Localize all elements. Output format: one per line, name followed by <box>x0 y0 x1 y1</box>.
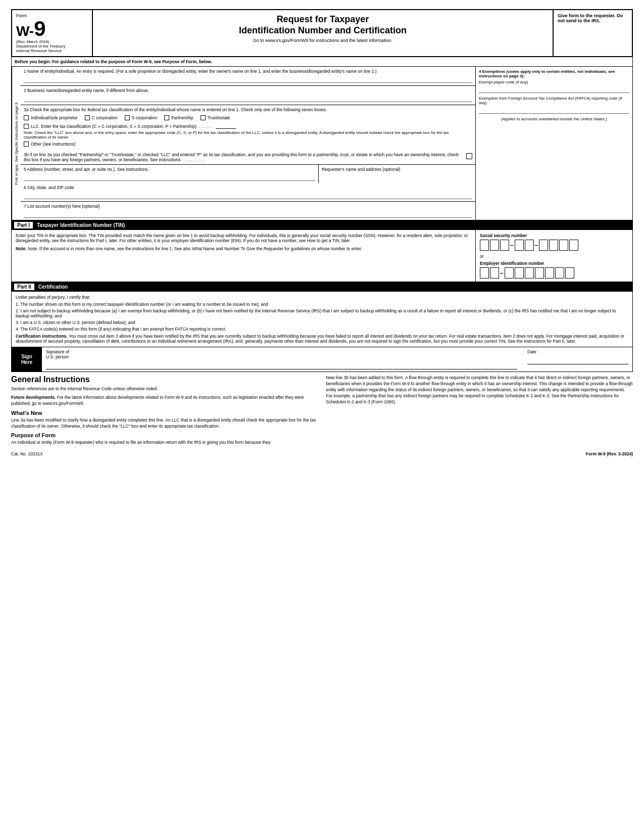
cb-ccorp[interactable] <box>85 115 90 120</box>
sign-label-line2: Here <box>15 359 39 365</box>
sign-sig-line[interactable] <box>46 360 517 369</box>
or-text: or <box>480 254 628 259</box>
cb-other[interactable] <box>24 142 29 147</box>
header-center: Request for Taxpayer Identification Numb… <box>93 10 554 56</box>
note-llc: Note: Check the "LLC" box above and, in … <box>24 130 472 140</box>
cb-ccorp-row[interactable]: C corporation <box>85 115 118 120</box>
fatca-input[interactable] <box>479 107 629 114</box>
gen-right: New line 3b has been added to this form.… <box>326 375 633 448</box>
ssn-cell-6[interactable] <box>539 240 548 251</box>
ein-cell-6[interactable] <box>535 267 544 279</box>
field-6-label: 6 City, state, and ZIP code <box>24 185 472 190</box>
ein-cell-8[interactable] <box>555 267 564 279</box>
right-col-text: New line 3b has been added to this form.… <box>326 375 633 405</box>
cb-other-row[interactable]: Other (see instructions) <box>24 142 472 147</box>
ssn-cell-9[interactable] <box>569 240 578 251</box>
ein-cell-9[interactable] <box>565 267 574 279</box>
form-right: 4 Exemptions (codes apply only to certai… <box>476 67 632 220</box>
ssn-cell-2[interactable] <box>490 240 499 251</box>
sign-date-line[interactable] <box>527 355 628 364</box>
tin-instructions: Enter your TIN in the appropriate box. T… <box>16 233 471 243</box>
cb-scorp[interactable] <box>125 115 130 120</box>
form-fields: 1 Name of entity/individual. An entry is… <box>21 67 476 220</box>
exempt-payee-label: Exempt payee code (if any) <box>479 80 629 84</box>
whats-new-heading: What's New <box>11 410 318 416</box>
cb-individual[interactable] <box>24 115 29 120</box>
form-title: Request for Taxpayer Identification Numb… <box>98 14 548 36</box>
cert-item-3: 3. I am a U.S. citizen or other U.S. per… <box>16 320 628 325</box>
form-number: W-9 <box>16 18 88 39</box>
applies-note: (Applies to accounts maintained outside … <box>479 117 629 121</box>
ssn-input-row: – – <box>480 240 628 251</box>
sign-label: Sign Here <box>12 347 42 372</box>
ssn-cell-8[interactable] <box>559 240 568 251</box>
whats-new-text: Line 3a has been modified to clarify how… <box>11 418 318 430</box>
tin-left: Enter your TIN in the appropriate box. T… <box>12 230 476 282</box>
sign-fields: Signature of U.S. person Date <box>42 347 632 372</box>
ssn-cell-1[interactable] <box>480 240 489 251</box>
rev-date: (Rev. March 2024) <box>16 39 88 44</box>
header-left: Form W-9 (Rev. March 2024) Department of… <box>12 10 93 56</box>
cert-intro: Under penalties of perjury, I certify th… <box>16 295 628 300</box>
cb-scorp-row[interactable]: S corporation <box>125 115 158 120</box>
ssn-box: Social security number – – <box>480 233 628 251</box>
form-label: Form <box>16 13 88 18</box>
gen-heading: General Instructions <box>11 375 318 384</box>
ein-cell-4[interactable] <box>515 267 524 279</box>
gen-left: General Instructions Section references … <box>11 375 318 448</box>
ein-cell-3[interactable] <box>505 267 514 279</box>
field-row-7: 7 List account number(s) here (optional) <box>21 202 475 220</box>
field-3b-text: 3b If on line 3a you checked "Partnershi… <box>24 152 463 162</box>
field-5-input[interactable] <box>24 173 315 181</box>
ssn-cell-3[interactable] <box>500 240 509 251</box>
ssn-dash-2: – <box>535 242 538 249</box>
addr-row: 5 Address (number, street, and apt. or s… <box>21 165 475 183</box>
ein-cell-2[interactable] <box>490 267 499 279</box>
ssn-cell-4[interactable] <box>515 240 524 251</box>
tin-section: Enter your TIN in the appropriate box. T… <box>11 230 633 282</box>
gen-para1: Section references are to the Internal R… <box>11 386 318 392</box>
ssn-cell-5[interactable] <box>525 240 534 251</box>
part1-banner: Part I Taxpayer Identification Number (T… <box>11 220 633 230</box>
form-label-footer: Form W-9 (Rev. 3-2024) <box>586 451 633 456</box>
field-2-input[interactable] <box>24 94 472 102</box>
exemptions-title: 4 Exemptions (codes apply only to certai… <box>479 69 629 78</box>
general-section: General Instructions Section references … <box>11 375 633 448</box>
field-3a-label: 3a Check the appropriate box for federal… <box>24 107 472 112</box>
cb-llc-row[interactable]: LLC. Enter the tax classification (C = C… <box>24 124 472 129</box>
cert-item-4: 4. The FATCA code(s) entered on this for… <box>16 327 628 332</box>
purpose-text: An individual or entity (Form W-9 reques… <box>11 440 318 446</box>
before-begin: Before you begin. For guidance related t… <box>11 57 633 67</box>
gen-future: Future developments. For the latest info… <box>11 395 318 407</box>
part1-title: Taxpayer Identification Number (TIN) <box>37 222 125 228</box>
ssn-cell-7[interactable] <box>549 240 558 251</box>
ein-cell-5[interactable] <box>525 267 534 279</box>
ein-cell-1[interactable] <box>480 267 489 279</box>
cb-scorp-label: S corporation <box>132 115 158 120</box>
dept: Department of the Treasury <box>16 44 88 49</box>
field-6-input[interactable] <box>24 191 472 199</box>
ein-cell-7[interactable] <box>545 267 554 279</box>
ein-label: Employer identification number <box>480 261 628 266</box>
ein-input-row: – <box>480 267 628 279</box>
cb-partnership-row[interactable]: Partnership <box>164 115 193 120</box>
part2-title: Certification <box>38 284 68 290</box>
field-1-input[interactable] <box>24 75 472 83</box>
cb-llc[interactable] <box>24 124 29 129</box>
cb-trust[interactable] <box>201 115 206 120</box>
footer: Cat. No. 10231X Form W-9 (Rev. 3-2024) <box>11 451 633 456</box>
purpose-heading: Purpose of Form <box>11 432 318 438</box>
cb-ccorp-label: C corporation <box>92 115 118 120</box>
field-5-optional: Requester's name and address (optional) <box>319 165 475 183</box>
field-7-input[interactable] <box>24 210 472 218</box>
field-row-3b: 3b If on line 3a you checked "Partnershi… <box>21 150 475 165</box>
cb-trust-row[interactable]: Trust/estate <box>201 115 230 120</box>
exempt-payee-input[interactable] <box>479 86 629 93</box>
part2-banner: Part II Certification <box>11 282 633 292</box>
cb-partnership[interactable] <box>164 115 169 120</box>
cat-no: Cat. No. 10231X <box>11 451 43 456</box>
cb-individual-row[interactable]: Individual/sole proprietor <box>24 115 78 120</box>
field-5-area: 5 Address (number, street, and apt. or s… <box>21 165 319 183</box>
cb-3b[interactable] <box>466 153 472 159</box>
cb-individual-label: Individual/sole proprietor <box>31 115 78 120</box>
